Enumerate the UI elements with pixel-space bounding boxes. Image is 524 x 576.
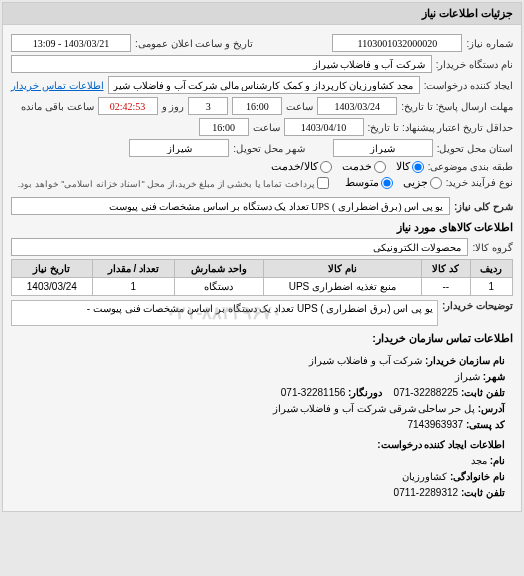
contact-link[interactable]: اطلاعات تماس خریدار	[11, 80, 104, 91]
hour-label: ساعت	[286, 101, 313, 112]
payment-checkbox[interactable]: پرداخت تماما یا بخشی از مبلغ خرید،از محل…	[18, 177, 329, 189]
family-l: نام خانوادگی:	[450, 471, 505, 482]
post-v: 7143963937	[407, 419, 463, 430]
delivery-city-label: شهر محل تحویل:	[233, 143, 304, 154]
goods-table: ردیف کد کالا نام کالا واحد شمارش تعداد /…	[11, 259, 513, 296]
summary-label: شرح کلی نیاز:	[454, 201, 513, 212]
group-label: گروه کالا:	[472, 242, 513, 253]
radio-service-label: خدمت	[342, 160, 372, 173]
table-header-row: ردیف کد کالا نام کالا واحد شمارش تعداد /…	[12, 260, 513, 278]
cell-name: منبع تغذیه اضطراری UPS	[263, 278, 421, 296]
process-radio-group: جزیی متوسط	[345, 176, 442, 189]
deadline-label: مهلت ارسال پاسخ: تا تاریخ:	[401, 101, 513, 112]
org-input[interactable]	[11, 55, 432, 73]
group-input[interactable]	[11, 238, 468, 256]
org-name-l: نام سازمان خریدار:	[425, 355, 505, 366]
need-details-panel: جزئیات اطلاعات نیاز شماره نیاز: تاریخ و …	[2, 2, 522, 512]
th-code: کد کالا	[421, 260, 470, 278]
th-row: ردیف	[470, 260, 512, 278]
contact-block: نام سازمان خریدار: شرکت آب و فاضلاب شیرا…	[11, 349, 513, 505]
summary-input[interactable]	[11, 197, 450, 215]
city-v: شیراز	[455, 371, 480, 382]
radio-medium[interactable]: متوسط	[345, 176, 393, 189]
buyer-note-label: توضیحات خریدار:	[442, 300, 513, 311]
radio-both[interactable]: کالا/خدمت	[271, 160, 332, 173]
name-l: نام:	[490, 455, 505, 466]
delivery-city-input[interactable]	[129, 139, 229, 157]
tel2-v: 2289312-0711	[394, 487, 459, 498]
city-l: شهر:	[483, 371, 505, 382]
radio-small-label: جزیی	[403, 176, 428, 189]
hour-label-2: ساعت	[253, 122, 280, 133]
announce-input[interactable]	[11, 34, 131, 52]
radio-goods[interactable]: کالا	[396, 160, 424, 173]
fax-v: 32281156-071	[281, 387, 346, 398]
radio-both-label: کالا/خدمت	[271, 160, 318, 173]
name-v: مجد	[471, 455, 487, 466]
type-radio-group: کالا خدمت کالا/خدمت	[271, 160, 424, 173]
radio-service[interactable]: خدمت	[342, 160, 386, 173]
tel2-l: تلفن ثابت:	[461, 487, 505, 498]
org-label: نام دستگاه خریدار:	[436, 59, 513, 70]
days-label: روز و	[162, 101, 185, 112]
need-no-label: شماره نیاز:	[466, 38, 513, 49]
announce-label: تاریخ و ساعت اعلان عمومی:	[135, 38, 253, 49]
validity-label: حداقل تاریخ اعتبار پیشنهاد: تا تاریخ:	[368, 122, 513, 133]
deadline-hour-input[interactable]	[232, 97, 282, 115]
delivery-state-label: استان محل تحویل:	[437, 143, 513, 154]
remain-input	[98, 97, 158, 115]
table-row[interactable]: 1 -- منبع تغذیه اضطراری UPS دستگاه 1 140…	[12, 278, 513, 296]
buyer-note-text: یو پی اس (برق اضطراری ) UPS تعداد یک دست…	[87, 303, 433, 314]
th-qty: تعداد / مقدار	[92, 260, 174, 278]
fax-l: دورنگار:	[348, 387, 382, 398]
addr-v: پل حر ساحلی شرقی شرکت آب و فاضلاب شیراز	[273, 403, 475, 414]
goods-section-title: اطلاعات کالاهای مورد نیاز	[11, 221, 513, 234]
org-name-v: شرکت آب و فاضلاب شیراز	[309, 355, 422, 366]
buyer-note-box: یو پی اس (برق اضطراری ) UPS تعداد یک دست…	[11, 300, 438, 326]
cell-qty: 1	[92, 278, 174, 296]
addr-l: آدرس:	[478, 403, 505, 414]
validity-hour-input[interactable]	[199, 118, 249, 136]
creator-input[interactable]	[108, 76, 420, 94]
remain-label: ساعت باقی مانده	[21, 101, 94, 112]
post-l: کد پستی:	[466, 419, 505, 430]
creator-info-title: اطلاعات ایجاد کننده درخواست:	[19, 437, 505, 453]
th-name: نام کالا	[263, 260, 421, 278]
th-date: تاریخ نیاز	[12, 260, 93, 278]
cell-unit: دستگاه	[175, 278, 263, 296]
panel-title: جزئیات اطلاعات نیاز	[3, 3, 521, 25]
payment-label: پرداخت تماما یا بخشی از مبلغ خرید،از محل…	[18, 179, 315, 189]
delivery-state-input[interactable]	[333, 139, 433, 157]
cell-row: 1	[470, 278, 512, 296]
days-input[interactable]	[188, 97, 228, 115]
validity-date-input[interactable]	[284, 118, 364, 136]
th-unit: واحد شمارش	[175, 260, 263, 278]
need-no-input[interactable]	[332, 34, 462, 52]
tel-l: تلفن ثابت:	[461, 387, 505, 398]
deadline-date-input[interactable]	[317, 97, 397, 115]
creator-label: ایجاد کننده درخواست:	[424, 80, 513, 91]
radio-medium-label: متوسط	[345, 176, 379, 189]
cell-code: --	[421, 278, 470, 296]
tel-v: 32288225-071	[394, 387, 459, 398]
radio-goods-label: کالا	[396, 160, 410, 173]
family-v: کشاورزیان	[402, 471, 447, 482]
process-label: نوع فرآیند خرید:	[446, 177, 513, 188]
radio-small[interactable]: جزیی	[403, 176, 442, 189]
contact-section-title: اطلاعات تماس سازمان خریدار:	[11, 332, 513, 345]
type-label: طبقه بندی موضوعی:	[428, 161, 513, 172]
cell-date: 1403/03/24	[12, 278, 93, 296]
